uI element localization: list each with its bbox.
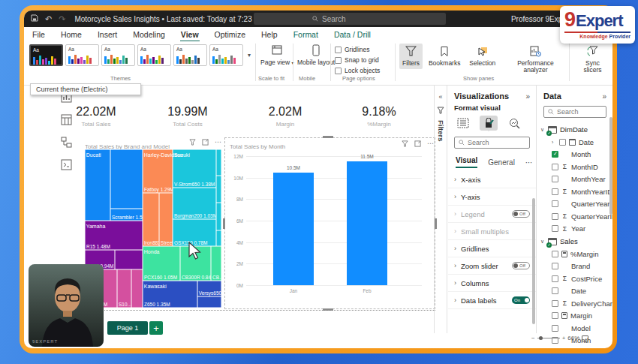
treemap-cell-other[interactable] [131, 269, 143, 308]
kpi-card-total-costs[interactable]: 19.99MTotal Costs [146, 105, 230, 128]
table-dimdate[interactable]: ∨DimDate [540, 123, 609, 136]
ribbon-tab-data-drill[interactable]: Data / Drill [333, 29, 372, 41]
kpi-card-total-sales[interactable]: 22.02MTotal Sales [54, 105, 138, 128]
field-model[interactable]: Model [540, 322, 609, 335]
field-quarteryear[interactable]: QuarterYear [540, 198, 609, 211]
build-visual-icon[interactable] [454, 116, 472, 131]
field-checkbox[interactable] [552, 300, 558, 307]
theme-thumbnail-6[interactable]: Aa [209, 44, 243, 66]
data-search-input[interactable]: Search [543, 106, 606, 118]
theme-thumbnail-4[interactable]: Aa [137, 44, 171, 66]
field-checkbox[interactable] [552, 200, 558, 207]
format-visual-icon[interactable] [480, 116, 498, 131]
field-checkbox[interactable] [552, 251, 558, 257]
dax-query-view-icon[interactable] [61, 159, 74, 171]
format-section-data-labels[interactable]: ›Data labelsOn [448, 292, 536, 309]
ribbon-tab-optimize[interactable]: Optimize [214, 29, 246, 41]
treemap-cell-suzuki[interactable]: Burgman200 1.03M [173, 188, 216, 219]
more-tabs-icon[interactable]: ⋯ [525, 158, 533, 167]
treemap-visual[interactable]: Scrambler 1.55MFatboy 1.29MIron883 0.96M… [85, 149, 221, 308]
undo-icon[interactable]: ↶ [45, 14, 52, 24]
bar-chart-visual[interactable]: Total Sales by Month 0M2M4M6M8M10M12M10.… [224, 137, 435, 309]
field-deliverycharge[interactable]: ΣDeliveryCharge [540, 297, 609, 310]
field-checkbox[interactable] [552, 213, 558, 220]
theme-thumbnail-2[interactable]: Aa [65, 44, 99, 66]
bookmarks-button[interactable]: Bookmarks [426, 44, 463, 69]
format-section-x-axis[interactable]: ›X-axis [448, 171, 536, 188]
collapse-pane-icon[interactable]: » [525, 92, 530, 101]
field-checkbox[interactable] [552, 312, 558, 319]
ribbon-tab-view[interactable]: View [180, 29, 200, 41]
model-view-icon[interactable] [61, 137, 74, 149]
field-checkbox[interactable] [559, 139, 566, 146]
window-title[interactable]: Motorcycle Sales Insights • Last saved: … [74, 15, 271, 23]
format-section-small-multiples[interactable]: ›Small multiples [448, 223, 536, 240]
treemap-cell-harley-davidson[interactable]: Street75… [159, 193, 173, 246]
collapse-icon[interactable]: ∨ [540, 127, 545, 133]
filters-button[interactable]: Filters [399, 44, 423, 69]
field-checkbox[interactable] [552, 164, 558, 170]
theme-thumbnail-5[interactable]: Aa [173, 44, 207, 66]
treemap-cell-suzuki[interactable] [216, 230, 221, 246]
field-checkbox[interactable] [552, 188, 558, 195]
viz-pane-scrollbar[interactable] [532, 198, 535, 324]
field-quarteryearid[interactable]: ΣQuarterYearID [540, 210, 609, 223]
themes-expand-icon[interactable]: ▾ [248, 52, 251, 59]
ribbon-tab-file[interactable]: File [32, 29, 46, 41]
expand-icon[interactable]: › [552, 140, 556, 145]
treemap-cell-yamaha[interactable] [115, 250, 143, 269]
format-search-input[interactable]: Search [454, 137, 530, 149]
field-checkbox[interactable] [552, 325, 558, 332]
collapse-icon[interactable]: ∨ [540, 239, 545, 245]
treemap-cell-kawasaki[interactable]: Versys650… [197, 281, 221, 296]
treemap-cell-honda[interactable]: CB… [211, 246, 221, 281]
field-monthid[interactable]: ΣMonthID [540, 161, 609, 173]
toggle-on[interactable]: On [512, 296, 530, 304]
tab-visual[interactable]: Visual [456, 156, 477, 168]
treemap-cell-kawasaki[interactable] [197, 296, 221, 308]
ribbon-tab-help[interactable]: Help [260, 29, 278, 41]
kpi-card-margin[interactable]: 2.02MMargin [243, 105, 327, 128]
field-monthyearid[interactable]: ΣMonthYearID [540, 185, 609, 198]
page-view-button[interactable]: Page view ▾ [260, 44, 294, 66]
format-section-y-axis[interactable]: ›Y-axis [448, 188, 536, 206]
treemap-cell-ducati[interactable]: Scrambler 1.55M [110, 209, 143, 221]
theme-thumbnail-1[interactable]: Aa [29, 44, 63, 66]
tab-general[interactable]: General [488, 158, 515, 167]
field-margin[interactable]: Margin [540, 310, 609, 323]
selection-button[interactable]: Selection [466, 44, 498, 69]
format-section-zoom-slider[interactable]: ›Zoom sliderOff [448, 257, 536, 275]
expand-pane-icon[interactable]: « [438, 93, 442, 101]
analytics-icon[interactable] [505, 116, 523, 131]
global-search-input[interactable]: Search [254, 13, 446, 25]
checkbox-snap-to-grid[interactable]: Snap to grid [335, 56, 380, 64]
treemap-cell-suzuki[interactable] [216, 149, 221, 176]
field-date[interactable]: ›Date [540, 136, 609, 149]
field-checkbox[interactable] [552, 225, 558, 232]
drag-handle-top[interactable] [323, 136, 333, 138]
sync-slicers-button[interactable]: Sync slicers [573, 44, 612, 76]
treemap-cell-other[interactable]: S10… [117, 269, 131, 308]
treemap-cell-ducati[interactable] [85, 149, 110, 221]
theme-thumbnail-3[interactable]: Aa [101, 44, 135, 66]
format-section-legend[interactable]: ›LegendOff [448, 206, 536, 223]
treemap-cell-suzuki[interactable] [216, 203, 221, 230]
field-month[interactable]: Month [540, 149, 609, 161]
drag-handle-left[interactable] [223, 218, 225, 229]
ribbon-tab-format[interactable]: Format [293, 29, 319, 41]
data-pane-scrollbar[interactable] [609, 117, 612, 215]
field-date[interactable]: Date [540, 285, 609, 298]
field-checkbox[interactable] [552, 151, 558, 158]
field-monthyear[interactable]: MonthYear [540, 173, 609, 186]
treemap-cell-harley-davidson[interactable]: Iron883 0.96M [143, 193, 159, 246]
format-section-columns[interactable]: ›Columns [448, 275, 536, 292]
bar-feb[interactable] [347, 161, 387, 285]
fit-to-page-icon[interactable] [582, 335, 588, 341]
checkbox-gridlines[interactable]: Gridlines [335, 46, 380, 53]
field-checkbox[interactable] [552, 263, 558, 269]
collapse-pane-icon[interactable]: » [602, 92, 606, 101]
bar-jan[interactable] [273, 173, 314, 286]
field-costprice[interactable]: ΣCostPrice [540, 272, 609, 285]
zoom-in-icon[interactable]: + [562, 335, 566, 341]
page-tab-page1[interactable]: Page 1 [107, 321, 148, 335]
